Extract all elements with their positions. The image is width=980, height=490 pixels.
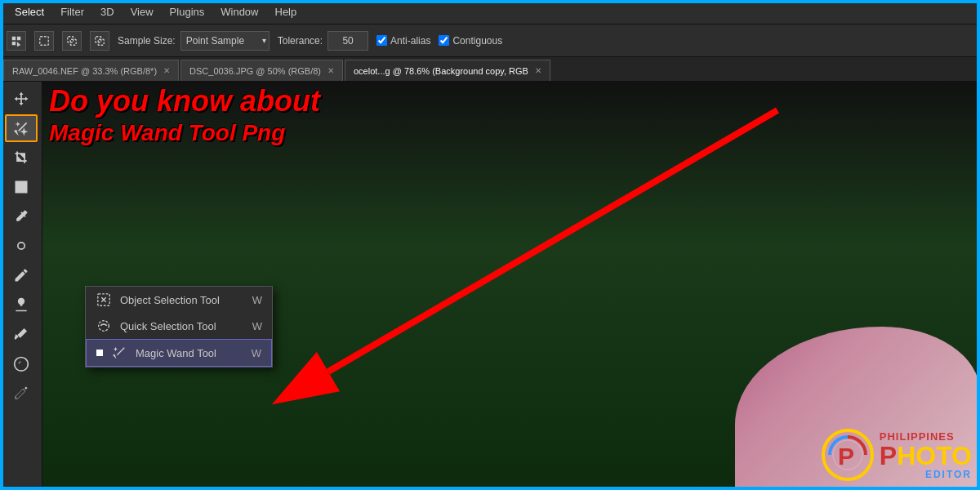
stamp-btn[interactable]	[5, 291, 38, 318]
flyout-item-0-shortcut: W	[252, 294, 262, 306]
tool-options-bar: Sample Size: Point Sample 3 by 3 Average…	[0, 24, 980, 57]
logo-photo-p: P	[880, 441, 897, 470]
contiguous-group: Contiguous	[439, 35, 502, 47]
flyout-item-2-shortcut: W	[252, 347, 261, 359]
svg-rect-0	[40, 36, 49, 45]
menu-item-select[interactable]: Select	[7, 0, 52, 24]
quick-selection-icon	[96, 318, 112, 334]
contiguous-label: Contiguous	[452, 35, 502, 47]
overlay-title: Do you know about Magic Wand Tool Png	[42, 82, 327, 149]
flyout-item-magic-wand[interactable]: Magic Wand Tool W	[86, 339, 272, 367]
slice-tool-btn[interactable]	[5, 173, 38, 201]
menu-item-3d[interactable]: 3D	[92, 0, 122, 24]
canvas-area[interactable]: Do you know about Magic Wand Tool Png Ob…	[42, 82, 980, 490]
menu-item-help[interactable]: Help	[267, 0, 305, 24]
anti-alias-label: Anti-alias	[390, 35, 430, 47]
flyout-item-1-shortcut: W	[252, 320, 262, 332]
tool-preset-btn[interactable]	[7, 31, 26, 51]
tab-2-label: ocelot...g @ 78.6% (Background copy, RGB	[354, 66, 528, 76]
healing-brush-btn[interactable]	[5, 232, 38, 260]
svg-point-6	[17, 243, 24, 249]
tool-flyout-menu: Object Selection Tool W Quick Selection …	[85, 286, 273, 368]
flyout-item-2-label: Magic Wand Tool	[136, 347, 216, 359]
magic-wand-tool-btn[interactable]	[5, 114, 38, 142]
tool-new-selection-btn[interactable]	[34, 31, 54, 51]
tab-2[interactable]: ocelot...g @ 78.6% (Background copy, RGB…	[345, 60, 550, 81]
tool-subtract-btn[interactable]	[90, 31, 109, 51]
magic-wand-icon	[111, 345, 127, 361]
tolerance-input[interactable]	[327, 31, 368, 51]
menu-item-filter[interactable]: Filter	[52, 0, 92, 24]
overlay-line1: Do you know about	[42, 82, 327, 121]
menu-item-plugins[interactable]: Plugins	[162, 0, 213, 24]
active-item-dot	[96, 350, 103, 356]
logo-photo-hoto: HOTO	[897, 441, 972, 470]
tab-0-close[interactable]: ✕	[163, 66, 170, 75]
brush-btn[interactable]	[5, 261, 38, 289]
anti-alias-checkbox[interactable]	[376, 35, 387, 46]
tab-1-close[interactable]: ✕	[327, 66, 334, 75]
flyout-item-0-label: Object Selection Tool	[120, 294, 220, 306]
menu-item-view[interactable]: View	[122, 0, 162, 24]
tab-1-label: DSC_0036.JPG @ 50% (RGB/8)	[189, 66, 321, 76]
eyedropper-btn[interactable]	[5, 203, 38, 230]
object-selection-icon	[96, 292, 112, 308]
flyout-item-1-label: Quick Selection Tool	[120, 320, 216, 332]
pen-btn[interactable]	[5, 379, 38, 407]
left-sidebar	[0, 82, 42, 490]
eraser-btn[interactable]	[5, 320, 38, 348]
tab-2-close[interactable]: ✕	[535, 66, 541, 75]
logo-editor-text: EDITOR	[880, 469, 972, 480]
tab-1[interactable]: DSC_0036.JPG @ 50% (RGB/8) ✕	[180, 60, 343, 81]
logo-watermark: P PHILIPPINES PHOTO EDITOR	[822, 429, 972, 482]
contiguous-checkbox[interactable]	[439, 35, 449, 46]
main-layout: Do you know about Magic Wand Tool Png Ob…	[0, 82, 980, 490]
tool-add-selection-btn[interactable]	[62, 31, 82, 51]
logo-text-area: PHILIPPINES PHOTO EDITOR	[880, 430, 972, 480]
sample-size-label: Sample Size:	[118, 35, 176, 47]
sample-size-select-wrapper[interactable]: Point Sample 3 by 3 Average 5 by 5 Avera…	[180, 31, 270, 51]
move-tool-btn[interactable]	[5, 85, 38, 113]
logo-photo-text: PHOTO	[880, 443, 972, 469]
svg-text:P: P	[838, 443, 854, 470]
blur-btn[interactable]	[5, 350, 38, 377]
overlay-line2: Magic Wand Tool Png	[42, 121, 327, 149]
tolerance-label: Tolerance:	[278, 35, 323, 47]
tolerance-group: Tolerance:	[278, 31, 368, 51]
flyout-item-object-selection[interactable]: Object Selection Tool W	[86, 287, 272, 313]
tab-0-label: RAW_0046.NEF @ 33.3% (RGB/8*)	[12, 66, 157, 76]
svg-line-11	[117, 348, 124, 355]
logo-circle-svg: P	[822, 429, 875, 482]
sample-size-select[interactable]: Point Sample 3 by 3 Average 5 by 5 Avera…	[180, 31, 270, 51]
anti-alias-group: Anti-alias	[376, 35, 430, 47]
menu-bar: Select Filter 3D View Plugins Window Hel…	[0, 0, 980, 24]
crop-tool-btn[interactable]	[5, 144, 38, 172]
sample-size-group: Sample Size: Point Sample 3 by 3 Average…	[118, 31, 270, 51]
flyout-item-quick-selection[interactable]: Quick Selection Tool W	[86, 313, 272, 339]
svg-point-10	[99, 321, 109, 332]
tab-bar: RAW_0046.NEF @ 33.3% (RGB/8*) ✕ DSC_0036…	[0, 57, 980, 82]
menu-item-window[interactable]: Window	[212, 0, 266, 24]
tab-0[interactable]: RAW_0046.NEF @ 33.3% (RGB/8*) ✕	[3, 60, 179, 81]
